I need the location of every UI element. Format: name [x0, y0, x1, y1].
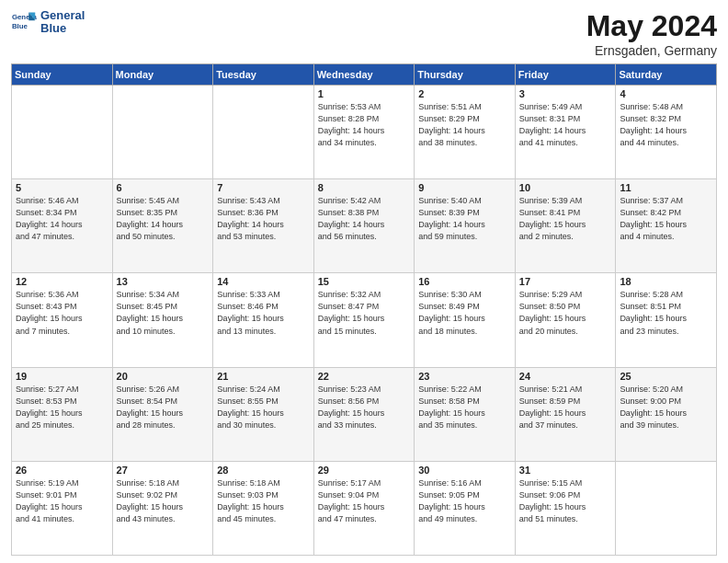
- calendar-cell: 17Sunrise: 5:29 AM Sunset: 8:50 PM Dayli…: [515, 273, 616, 367]
- day-detail: Sunrise: 5:34 AM Sunset: 8:45 PM Dayligh…: [117, 289, 210, 337]
- day-number: 12: [16, 276, 108, 287]
- location-subtitle: Ernsgaden, Germany: [586, 43, 717, 58]
- calendar-cell: 7Sunrise: 5:43 AM Sunset: 8:36 PM Daylig…: [213, 179, 314, 273]
- calendar-header-sunday: Sunday: [12, 64, 113, 86]
- calendar-week-row: 5Sunrise: 5:46 AM Sunset: 8:34 PM Daylig…: [12, 179, 717, 273]
- day-detail: Sunrise: 5:19 AM Sunset: 9:01 PM Dayligh…: [16, 477, 108, 525]
- day-detail: Sunrise: 5:33 AM Sunset: 8:46 PM Dayligh…: [217, 289, 310, 337]
- day-detail: Sunrise: 5:53 AM Sunset: 8:28 PM Dayligh…: [318, 101, 411, 149]
- day-number: 15: [318, 276, 411, 287]
- calendar-cell: 1Sunrise: 5:53 AM Sunset: 8:28 PM Daylig…: [313, 86, 415, 179]
- calendar-cell: [112, 86, 213, 179]
- day-number: 19: [16, 371, 108, 382]
- calendar-cell: 22Sunrise: 5:23 AM Sunset: 8:56 PM Dayli…: [313, 367, 415, 461]
- calendar-cell: 23Sunrise: 5:22 AM Sunset: 8:58 PM Dayli…: [415, 367, 516, 461]
- day-number: 11: [620, 182, 712, 193]
- title-block: May 2024 Ernsgaden, Germany: [586, 9, 717, 58]
- calendar-cell: 9Sunrise: 5:40 AM Sunset: 8:39 PM Daylig…: [415, 179, 516, 273]
- calendar-cell: 15Sunrise: 5:32 AM Sunset: 8:47 PM Dayli…: [313, 273, 415, 367]
- day-detail: Sunrise: 5:36 AM Sunset: 8:43 PM Dayligh…: [16, 289, 108, 337]
- calendar-header-thursday: Thursday: [415, 64, 516, 86]
- day-detail: Sunrise: 5:49 AM Sunset: 8:31 PM Dayligh…: [519, 101, 612, 149]
- calendar-cell: 28Sunrise: 5:18 AM Sunset: 9:03 PM Dayli…: [213, 461, 314, 555]
- day-number: 1: [318, 88, 411, 99]
- calendar-cell: 13Sunrise: 5:34 AM Sunset: 8:45 PM Dayli…: [112, 273, 213, 367]
- day-detail: Sunrise: 5:48 AM Sunset: 8:32 PM Dayligh…: [620, 101, 712, 149]
- day-detail: Sunrise: 5:40 AM Sunset: 8:39 PM Dayligh…: [418, 195, 511, 243]
- calendar-week-row: 12Sunrise: 5:36 AM Sunset: 8:43 PM Dayli…: [12, 273, 717, 367]
- calendar-cell: 11Sunrise: 5:37 AM Sunset: 8:42 PM Dayli…: [616, 179, 717, 273]
- day-detail: Sunrise: 5:30 AM Sunset: 8:49 PM Dayligh…: [418, 289, 511, 337]
- day-detail: Sunrise: 5:39 AM Sunset: 8:41 PM Dayligh…: [519, 195, 612, 243]
- calendar-cell: 14Sunrise: 5:33 AM Sunset: 8:46 PM Dayli…: [213, 273, 314, 367]
- calendar-cell: 24Sunrise: 5:21 AM Sunset: 8:59 PM Dayli…: [515, 367, 616, 461]
- day-number: 4: [620, 88, 712, 99]
- day-detail: Sunrise: 5:16 AM Sunset: 9:05 PM Dayligh…: [418, 477, 511, 525]
- calendar-header-friday: Friday: [515, 64, 616, 86]
- calendar-cell: 19Sunrise: 5:27 AM Sunset: 8:53 PM Dayli…: [12, 367, 113, 461]
- day-number: 30: [418, 465, 511, 476]
- calendar-cell: 6Sunrise: 5:45 AM Sunset: 8:35 PM Daylig…: [112, 179, 213, 273]
- day-detail: Sunrise: 5:15 AM Sunset: 9:06 PM Dayligh…: [519, 477, 612, 525]
- day-detail: Sunrise: 5:28 AM Sunset: 8:51 PM Dayligh…: [620, 289, 712, 337]
- day-detail: Sunrise: 5:29 AM Sunset: 8:50 PM Dayligh…: [519, 289, 612, 337]
- day-detail: Sunrise: 5:45 AM Sunset: 8:35 PM Dayligh…: [117, 195, 210, 243]
- day-number: 22: [318, 371, 411, 382]
- day-detail: Sunrise: 5:51 AM Sunset: 8:29 PM Dayligh…: [418, 101, 511, 149]
- page-container: General Blue General Blue May 2024 Ernsg…: [0, 0, 728, 563]
- calendar-cell: [213, 86, 314, 179]
- day-number: 14: [217, 276, 310, 287]
- calendar-header-monday: Monday: [112, 64, 213, 86]
- calendar-cell: 16Sunrise: 5:30 AM Sunset: 8:49 PM Dayli…: [415, 273, 516, 367]
- calendar-cell: 26Sunrise: 5:19 AM Sunset: 9:01 PM Dayli…: [12, 461, 113, 555]
- calendar-header-saturday: Saturday: [616, 64, 717, 86]
- day-number: 8: [318, 182, 411, 193]
- day-number: 31: [519, 465, 612, 476]
- calendar-cell: 8Sunrise: 5:42 AM Sunset: 8:38 PM Daylig…: [313, 179, 415, 273]
- month-title: May 2024: [586, 9, 717, 43]
- day-detail: Sunrise: 5:32 AM Sunset: 8:47 PM Dayligh…: [318, 289, 411, 337]
- calendar-cell: 3Sunrise: 5:49 AM Sunset: 8:31 PM Daylig…: [515, 86, 616, 179]
- day-number: 26: [16, 465, 108, 476]
- calendar-cell: 2Sunrise: 5:51 AM Sunset: 8:29 PM Daylig…: [415, 86, 516, 179]
- day-number: 9: [418, 182, 511, 193]
- day-number: 16: [418, 276, 511, 287]
- logo-text-general: General: [40, 9, 85, 22]
- day-number: 24: [519, 371, 612, 382]
- day-detail: Sunrise: 5:37 AM Sunset: 8:42 PM Dayligh…: [620, 195, 712, 243]
- day-detail: Sunrise: 5:18 AM Sunset: 9:03 PM Dayligh…: [217, 477, 310, 525]
- day-number: 17: [519, 276, 612, 287]
- calendar-cell: 20Sunrise: 5:26 AM Sunset: 8:54 PM Dayli…: [112, 367, 213, 461]
- day-number: 10: [519, 182, 612, 193]
- day-number: 6: [117, 182, 210, 193]
- calendar-week-row: 26Sunrise: 5:19 AM Sunset: 9:01 PM Dayli…: [12, 461, 717, 555]
- day-detail: Sunrise: 5:27 AM Sunset: 8:53 PM Dayligh…: [16, 384, 108, 431]
- day-number: 27: [117, 465, 210, 476]
- day-detail: Sunrise: 5:17 AM Sunset: 9:04 PM Dayligh…: [318, 477, 411, 525]
- day-detail: Sunrise: 5:18 AM Sunset: 9:02 PM Dayligh…: [117, 477, 210, 525]
- calendar-cell: 31Sunrise: 5:15 AM Sunset: 9:06 PM Dayli…: [515, 461, 616, 555]
- calendar-cell: 30Sunrise: 5:16 AM Sunset: 9:05 PM Dayli…: [415, 461, 516, 555]
- calendar-cell: 5Sunrise: 5:46 AM Sunset: 8:34 PM Daylig…: [12, 179, 113, 273]
- day-number: 3: [519, 88, 612, 99]
- day-number: 7: [217, 182, 310, 193]
- calendar-cell: 29Sunrise: 5:17 AM Sunset: 9:04 PM Dayli…: [313, 461, 415, 555]
- calendar-header-tuesday: Tuesday: [213, 64, 314, 86]
- day-number: 20: [117, 371, 210, 382]
- day-number: 28: [217, 465, 310, 476]
- calendar-cell: [12, 86, 113, 179]
- day-number: 2: [418, 88, 511, 99]
- page-header: General Blue General Blue May 2024 Ernsg…: [11, 9, 717, 58]
- calendar-table: SundayMondayTuesdayWednesdayThursdayFrid…: [11, 63, 717, 556]
- day-detail: Sunrise: 5:21 AM Sunset: 8:59 PM Dayligh…: [519, 384, 612, 431]
- day-detail: Sunrise: 5:23 AM Sunset: 8:56 PM Dayligh…: [318, 384, 411, 431]
- day-detail: Sunrise: 5:26 AM Sunset: 8:54 PM Dayligh…: [117, 384, 210, 431]
- logo-icon: General Blue: [11, 9, 37, 35]
- calendar-cell: 4Sunrise: 5:48 AM Sunset: 8:32 PM Daylig…: [616, 86, 717, 179]
- day-detail: Sunrise: 5:46 AM Sunset: 8:34 PM Dayligh…: [16, 195, 108, 243]
- calendar-cell: [616, 461, 717, 555]
- logo-text-blue: Blue: [40, 22, 85, 35]
- svg-text:Blue: Blue: [12, 22, 28, 30]
- day-number: 5: [16, 182, 108, 193]
- day-number: 25: [620, 371, 712, 382]
